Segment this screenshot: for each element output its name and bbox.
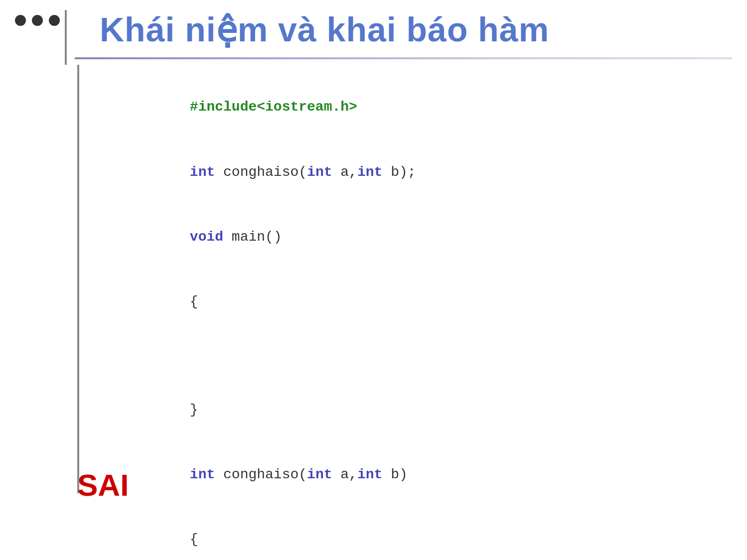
code-text-5: conghaiso(	[215, 467, 307, 482]
code-line-5	[140, 334, 416, 356]
code-line-2: int conghaiso(int a,int b);	[140, 140, 416, 204]
code-int-6: int	[357, 467, 382, 482]
code-line-7: }	[140, 377, 416, 442]
code-text-2: a,	[332, 164, 357, 180]
code-text-1: conghaiso(	[215, 164, 307, 180]
code-line-8: int conghaiso(int a,int b)	[140, 442, 416, 507]
top-bar	[15, 15, 70, 26]
dots	[15, 15, 60, 26]
code-int-1: int	[190, 164, 215, 180]
code-text-6: a,	[332, 467, 357, 482]
code-line-6	[140, 356, 416, 377]
dot-2	[32, 15, 43, 26]
code-line-4: {	[140, 270, 416, 334]
code-brace-open-1: {	[190, 294, 198, 309]
code-include: #include<iostream.h>	[190, 99, 357, 115]
dot-3	[49, 15, 60, 26]
code-text-4: main()	[223, 229, 282, 245]
header-line	[75, 57, 732, 59]
code-brace-open-2: {	[190, 532, 198, 547]
slide: Khái niệm và khai báo hàm #include<iostr…	[0, 0, 747, 560]
code-text-3: b);	[382, 164, 416, 180]
code-int-2: int	[307, 164, 332, 180]
code-brace-close-1: }	[190, 402, 198, 418]
code-line-3: void main()	[140, 204, 416, 269]
code-int-5: int	[307, 467, 332, 482]
left-code-bar	[77, 65, 79, 493]
code-int-3: int	[357, 164, 382, 180]
code-int-4: int	[190, 467, 215, 482]
dot-1	[15, 15, 26, 26]
code-block: #include<iostream.h> int conghaiso(int a…	[140, 75, 416, 560]
code-line-1: #include<iostream.h>	[140, 75, 416, 140]
vertical-bar	[65, 10, 67, 65]
sai-label: SAI	[77, 467, 129, 503]
code-void-1: void	[190, 229, 223, 245]
slide-title: Khái niệm và khai báo hàm	[100, 10, 732, 49]
code-text-7: b)	[382, 467, 407, 482]
code-line-9: {	[140, 507, 416, 560]
